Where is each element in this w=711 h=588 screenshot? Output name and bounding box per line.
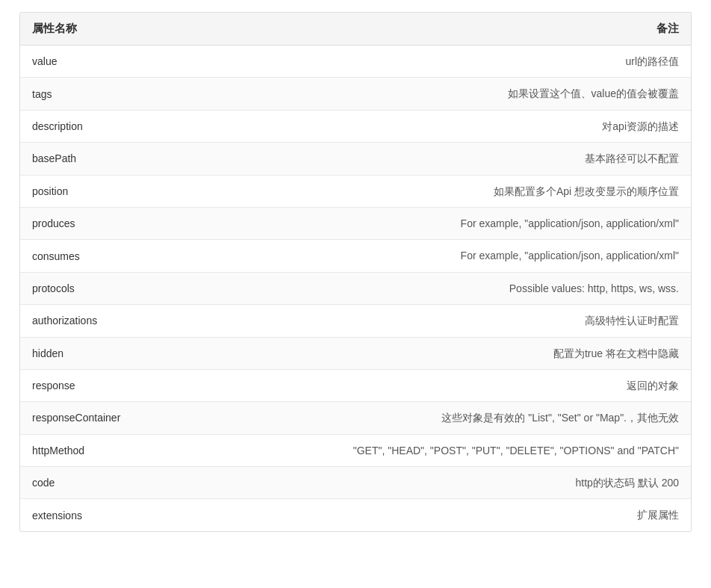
property-cell: consumes xyxy=(20,240,199,272)
note-cell: 如果设置这个值、value的值会被覆盖 xyxy=(199,78,691,110)
table-row: valueurl的路径值 xyxy=(20,46,691,78)
table-row: position如果配置多个Api 想改变显示的顺序位置 xyxy=(20,175,691,207)
table-row: description对api资源的描述 xyxy=(20,110,691,142)
table-row: extensions扩展属性 xyxy=(20,499,691,531)
table-header-row: 属性名称 备注 xyxy=(20,13,691,46)
property-cell: protocols xyxy=(20,272,199,304)
note-cell: "GET", "HEAD", "POST", "PUT", "DELETE", … xyxy=(199,434,691,466)
property-cell: value xyxy=(20,46,199,78)
table-row: httpMethod"GET", "HEAD", "POST", "PUT", … xyxy=(20,434,691,466)
col-property-header: 属性名称 xyxy=(20,13,199,46)
property-cell: response xyxy=(20,369,199,401)
note-cell: For example, "application/json, applicat… xyxy=(199,207,691,239)
note-cell: 这些对象是有效的 "List", "Set" or "Map".，其他无效 xyxy=(199,402,691,434)
property-cell: position xyxy=(20,175,199,207)
col-note-header: 备注 xyxy=(199,13,691,46)
note-cell: url的路径值 xyxy=(199,46,691,78)
table-row: authorizations高级特性认证时配置 xyxy=(20,305,691,337)
property-cell: extensions xyxy=(20,499,199,531)
property-cell: basePath xyxy=(20,143,199,175)
table-row: codehttp的状态码 默认 200 xyxy=(20,467,691,499)
table-row: consumesFor example, "application/json, … xyxy=(20,240,691,272)
note-cell: 返回的对象 xyxy=(199,369,691,401)
table-row: hidden配置为true 将在文档中隐藏 xyxy=(20,337,691,369)
note-cell: Possible values: http, https, ws, wss. xyxy=(199,272,691,304)
note-cell: 高级特性认证时配置 xyxy=(199,305,691,337)
table-row: response返回的对象 xyxy=(20,369,691,401)
note-cell: 基本路径可以不配置 xyxy=(199,143,691,175)
property-cell: description xyxy=(20,110,199,142)
table-row: basePath基本路径可以不配置 xyxy=(20,143,691,175)
table-row: protocolsPossible values: http, https, w… xyxy=(20,272,691,304)
property-cell: produces xyxy=(20,207,199,239)
property-cell: httpMethod xyxy=(20,434,199,466)
property-cell: responseContainer xyxy=(20,402,199,434)
note-cell: For example, "application/json, applicat… xyxy=(199,240,691,272)
table-row: producesFor example, "application/json, … xyxy=(20,207,691,239)
note-cell: 如果配置多个Api 想改变显示的顺序位置 xyxy=(199,175,691,207)
table-row: responseContainer这些对象是有效的 "List", "Set" … xyxy=(20,402,691,434)
property-cell: tags xyxy=(20,78,199,110)
property-cell: code xyxy=(20,467,199,499)
note-cell: 扩展属性 xyxy=(199,499,691,531)
note-cell: 配置为true 将在文档中隐藏 xyxy=(199,337,691,369)
properties-table: 属性名称 备注 valueurl的路径值tags如果设置这个值、value的值会… xyxy=(19,12,692,532)
table-row: tags如果设置这个值、value的值会被覆盖 xyxy=(20,78,691,110)
property-cell: authorizations xyxy=(20,305,199,337)
property-cell: hidden xyxy=(20,337,199,369)
note-cell: http的状态码 默认 200 xyxy=(199,467,691,499)
note-cell: 对api资源的描述 xyxy=(199,110,691,142)
